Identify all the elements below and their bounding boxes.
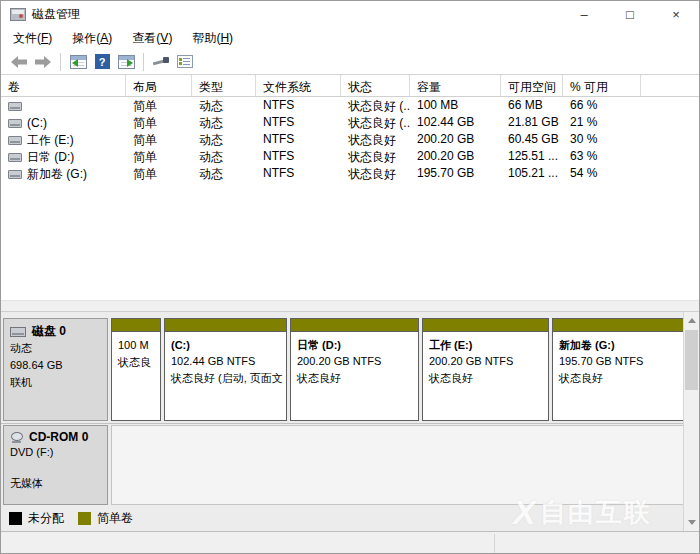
volume-layout: 简单 [126, 165, 192, 182]
action-tool-button[interactable] [149, 51, 173, 73]
menu-help-key: H [220, 31, 229, 45]
disk-row-separator [1, 423, 683, 424]
disk-0-status: 联机 [10, 374, 103, 391]
col-free-space[interactable]: 可用空间 [501, 75, 563, 97]
disk-0-row: 磁盘 0 动态 698.64 GB 联机 100 M 状态良 [3, 318, 684, 421]
disk-icon [10, 327, 26, 337]
partition-e[interactable]: 工作 (E:) 200.20 GB NTFS 状态良好 [422, 318, 549, 421]
volume-layout: 简单 [126, 97, 192, 114]
table-row[interactable]: 新加卷 (G:) 简单 动态 NTFS 状态良好 195.70 GB 105.2… [1, 165, 699, 182]
properties-button[interactable] [173, 51, 197, 73]
cdrom-0-panel[interactable]: CD-ROM 0 DVD (F:) 无媒体 [3, 425, 108, 505]
show-tree-icon [70, 55, 87, 69]
volume-status: 状态良好 (... [341, 114, 410, 131]
col-capacity[interactable]: 容量 [410, 75, 501, 97]
volume-pct-free: 63 % [563, 148, 641, 165]
menu-file-pre: 文件( [13, 31, 41, 45]
maximize-button[interactable]: □ [607, 1, 653, 28]
disk-0-partitions: 100 M 状态良 (C:) 102.44 GB NTFS 状态良好 (启动, … [111, 318, 685, 421]
partition-name: 日常 (D:) [297, 337, 418, 353]
col-status[interactable]: 状态 [341, 75, 410, 97]
volume-pct-free: 66 % [563, 97, 641, 114]
partition-system-reserved[interactable]: 100 M 状态良 [111, 318, 161, 421]
volume-icon [8, 119, 22, 128]
graphical-view: 磁盘 0 动态 698.64 GB 联机 100 M 状态良 [1, 312, 699, 531]
partition-d[interactable]: 日常 (D:) 200.20 GB NTFS 状态良好 [290, 318, 419, 421]
menu-file[interactable]: 文件(F) [9, 28, 60, 49]
col-filesystem[interactable]: 文件系统 [256, 75, 341, 97]
disk-0-panel[interactable]: 磁盘 0 动态 698.64 GB 联机 [3, 318, 108, 421]
help-icon: ? [95, 54, 110, 69]
disk-management-window: 磁盘管理 – □ × 文件(F) 操作(A) 查看(V) 帮助(H) ? [0, 0, 700, 554]
volume-name: 日常 (D:) [27, 149, 74, 166]
cdrom-empty-region[interactable] [111, 425, 684, 505]
partition-size: 102.44 GB NTFS [171, 353, 286, 370]
vertical-scrollbar[interactable] [683, 312, 699, 531]
window-title: 磁盘管理 [32, 6, 80, 23]
volume-name: (C:) [27, 116, 47, 130]
volume-capacity: 102.44 GB [410, 114, 501, 131]
volume-fs: NTFS [256, 148, 341, 165]
col-volume[interactable]: 卷 [1, 75, 126, 97]
menu-action-post: ) [108, 31, 112, 45]
partition-status: 状态良好 [559, 370, 684, 387]
simple-volume-band [423, 319, 548, 332]
col-percent-free[interactable]: % 可用 [563, 75, 641, 97]
volume-layout: 简单 [126, 148, 192, 165]
volume-icon [8, 102, 22, 111]
menu-help-pre: 帮助( [192, 31, 220, 45]
help-button[interactable]: ? [90, 51, 114, 73]
volume-pct-free: 21 % [563, 114, 641, 131]
volume-fs: NTFS [256, 114, 341, 131]
simple-volume-label: 简单卷 [97, 510, 133, 527]
volume-capacity: 195.70 GB [410, 165, 501, 182]
menu-view[interactable]: 查看(V) [128, 28, 180, 49]
col-type[interactable]: 类型 [192, 75, 256, 97]
properties-icon [177, 55, 193, 68]
statusbar [1, 531, 699, 554]
cdrom-0-title: CD-ROM 0 [29, 430, 88, 444]
pane-splitter[interactable] [1, 300, 699, 312]
partition-size: 100 M [118, 337, 160, 354]
volume-name: 新加卷 (G:) [27, 166, 87, 183]
scrollbar-thumb[interactable] [685, 330, 698, 390]
minimize-button[interactable]: – [561, 1, 607, 28]
volume-type: 动态 [192, 165, 256, 182]
partition-g[interactable]: 新加卷 (G:) 195.70 GB NTFS 状态良好 [552, 318, 685, 421]
close-button[interactable]: × [653, 1, 699, 28]
show-actions-button[interactable] [114, 51, 138, 73]
table-row[interactable]: 工作 (E:) 简单 动态 NTFS 状态良好 200.20 GB 60.45 … [1, 131, 699, 148]
volume-type: 动态 [192, 97, 256, 114]
partition-c[interactable]: (C:) 102.44 GB NTFS 状态良好 (启动, 页面文 [164, 318, 287, 421]
forward-button[interactable] [31, 51, 55, 73]
partition-size: 200.20 GB NTFS [429, 353, 548, 370]
volume-capacity: 200.20 GB [410, 148, 501, 165]
menu-action[interactable]: 操作(A) [68, 28, 120, 49]
partition-size: 200.20 GB NTFS [297, 353, 418, 370]
menu-view-post: ) [168, 31, 172, 45]
volume-type: 动态 [192, 148, 256, 165]
cdrom-0-row: CD-ROM 0 DVD (F:) 无媒体 [3, 425, 684, 505]
titlebar: 磁盘管理 – □ × [1, 1, 699, 28]
back-button[interactable] [7, 51, 31, 73]
menu-help-post: ) [229, 31, 233, 45]
volume-fs: NTFS [256, 97, 341, 114]
show-tree-button[interactable] [66, 51, 90, 73]
col-layout[interactable]: 布局 [126, 75, 192, 97]
volume-free: 105.21 ... [501, 165, 563, 182]
volume-pct-free: 54 % [563, 165, 641, 182]
table-row[interactable]: 日常 (D:) 简单 动态 NTFS 状态良好 200.20 GB 125.51… [1, 148, 699, 165]
scroll-up-icon[interactable] [688, 318, 696, 323]
menu-help[interactable]: 帮助(H) [188, 28, 241, 49]
cdrom-media-status: 无媒体 [10, 475, 103, 492]
table-row[interactable]: 简单 动态 NTFS 状态良好 (... 100 MB 66 MB 66 % [1, 97, 699, 114]
cdrom-icon [10, 432, 23, 443]
partition-status: 状态良好 [297, 370, 418, 387]
toolbar: ? [1, 49, 699, 75]
table-row[interactable]: (C:) 简单 动态 NTFS 状态良好 (... 102.44 GB 21.8… [1, 114, 699, 131]
scroll-down-icon[interactable] [688, 520, 696, 525]
partition-size: 195.70 GB NTFS [559, 353, 684, 370]
volume-list-header: 卷 布局 类型 文件系统 状态 容量 可用空间 % 可用 [1, 75, 699, 97]
app-icon [10, 8, 26, 21]
partition-status: 状态良好 [429, 370, 548, 387]
